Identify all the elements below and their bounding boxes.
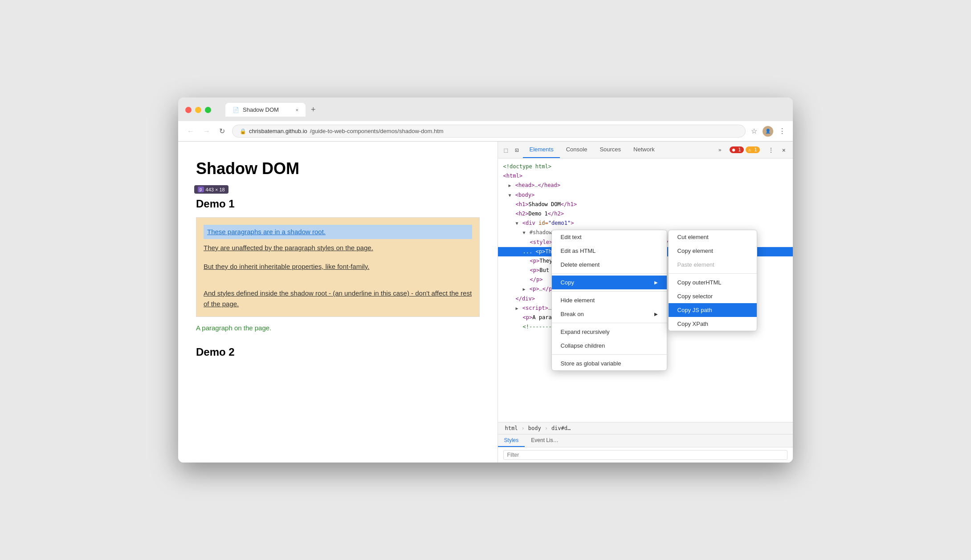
shadow-dom-box: These paragraphs are in a shadow root. T… <box>196 217 480 317</box>
breadcrumb-div[interactable]: div#d… <box>550 424 572 432</box>
devtools-panel: ⬚ ⊡ Elements Console Sources Network » ●… <box>498 142 793 463</box>
url-base: chrisbateman.github.io <box>249 128 307 134</box>
maximize-window-button[interactable] <box>205 107 211 113</box>
new-tab-button[interactable]: + <box>309 103 318 116</box>
error-badge: ● 1 <box>730 146 744 153</box>
ctx-separator-4 <box>552 354 667 355</box>
close-window-button[interactable] <box>185 107 192 113</box>
filter-bar <box>498 447 793 463</box>
tab-sources[interactable]: Sources <box>593 142 627 158</box>
traffic-lights <box>185 107 211 113</box>
tab-close-button[interactable]: × <box>296 107 298 113</box>
context-menu: Edit text Edit as HTML Delete element Co… <box>551 230 667 371</box>
breadcrumb-bar: html › body › div#d… <box>498 422 793 434</box>
ctx-break-on[interactable]: Break on ▶ <box>552 307 667 321</box>
inspect-element-button[interactable]: ⬚ <box>502 142 510 158</box>
ctx-edit-text[interactable]: Edit text <box>552 230 667 244</box>
devtools-bottom: html › body › div#d… Styles Event Lis… <box>498 422 793 463</box>
address-bar: ← → ↻ 🔒 chrisbateman.github.io /guide-to… <box>178 121 793 142</box>
sub-ctx-copy-selector[interactable]: Copy selector <box>669 289 757 303</box>
page-paragraph: A paragraph on the page. <box>196 324 480 332</box>
ctx-separator-1 <box>552 273 667 274</box>
dom-line-html: <html> <box>498 171 793 181</box>
sub-ctx-cut-element[interactable]: Cut element <box>669 230 757 244</box>
tab-network[interactable]: Network <box>627 142 661 158</box>
browser-more-button[interactable]: ⋮ <box>779 127 786 135</box>
sub-ctx-copy-xpath[interactable]: Copy XPath <box>669 317 757 331</box>
page-title: Shadow DOM <box>196 159 480 178</box>
shadow-paragraph-1: These paragraphs are in a shadow root. <box>207 227 469 237</box>
sub-ctx-copy-outerhtml[interactable]: Copy outerHTML <box>669 276 757 289</box>
ctx-separator-2 <box>552 291 667 292</box>
ctx-expand-recursively[interactable]: Expand recursively <box>552 325 667 339</box>
bookmark-button[interactable]: ☆ <box>751 127 757 135</box>
back-button[interactable]: ← <box>185 126 196 137</box>
lock-icon: 🔒 <box>240 128 246 134</box>
dom-line-body[interactable]: ▼ <body> <box>498 191 793 200</box>
devtools-tabs: Elements Console Sources Network <box>523 142 714 158</box>
tab-elements[interactable]: Elements <box>523 142 559 158</box>
event-listeners-tab[interactable]: Event Lis… <box>525 434 564 447</box>
dom-line-div-demo1[interactable]: ▼ <div id="demo1"> <box>498 219 793 228</box>
breadcrumb-body[interactable]: body <box>526 424 543 432</box>
refresh-button[interactable]: ↻ <box>217 125 227 137</box>
title-bar-top: 📄 Shadow DOM × + <box>185 103 786 121</box>
ctx-copy[interactable]: Copy ▶ <box>552 276 667 289</box>
page-viewport: Shadow DOM p 443 × 18 Demo 1 These parag… <box>178 142 498 463</box>
browser-tab[interactable]: 📄 Shadow DOM × <box>225 103 306 117</box>
dom-line-head[interactable]: ▶ <head>…</head> <box>498 181 793 190</box>
tab-icon: 📄 <box>233 107 239 113</box>
device-toolbar-button[interactable]: ⊡ <box>512 142 521 158</box>
sub-ctx-copy-element[interactable]: Copy element <box>669 244 757 258</box>
more-tabs-button[interactable]: » <box>716 142 724 158</box>
sub-ctx-copy-js-path[interactable]: Copy JS path <box>669 303 757 317</box>
tab-bar: 📄 Shadow DOM × + <box>225 103 318 117</box>
url-path: /guide-to-web-components/demos/shadow-do… <box>310 128 444 134</box>
error-count: ● 1 ⚠ 1 <box>726 144 763 156</box>
filter-input[interactable] <box>503 450 787 460</box>
ctx-store-global[interactable]: Store as global variable <box>552 357 667 370</box>
tab-console[interactable]: Console <box>560 142 594 158</box>
ctx-hide-element[interactable]: Hide element <box>552 293 667 307</box>
demo2-heading: Demo 2 <box>196 346 480 358</box>
address-input[interactable]: 🔒 chrisbateman.github.io /guide-to-web-c… <box>232 125 746 138</box>
main-content: Shadow DOM p 443 × 18 Demo 1 These parag… <box>178 142 793 463</box>
styles-tabs: Styles Event Lis… <box>498 434 793 447</box>
minimize-window-button[interactable] <box>195 107 201 113</box>
styles-tab[interactable]: Styles <box>498 434 525 447</box>
sub-ctx-paste-element: Paste element <box>669 258 757 272</box>
tab-title: Shadow DOM <box>243 106 279 113</box>
ctx-separator-3 <box>552 323 667 323</box>
demo1-heading: Demo 1 <box>196 189 480 210</box>
devtools-toolbar: ⬚ ⊡ Elements Console Sources Network » ●… <box>498 142 793 158</box>
shadow-paragraph-3: But they do inherit inheritable properti… <box>204 261 472 272</box>
shadow-paragraph-2: They are unaffected by the paragraph sty… <box>204 243 472 253</box>
forward-button[interactable]: → <box>201 126 212 137</box>
ctx-collapse-children[interactable]: Collapse children <box>552 339 667 353</box>
breadcrumb-html[interactable]: html <box>503 424 520 432</box>
shadow-paragraph-4: And styles defined inside the shadow roo… <box>204 288 472 309</box>
devtools-settings-button[interactable]: ⋮ <box>765 142 777 158</box>
browser-window: 📄 Shadow DOM × + ← → ↻ 🔒 chrisbateman.gi… <box>178 97 793 463</box>
dom-line-h2: <h2>Demo 1</h2> <box>498 209 793 219</box>
dom-line-h1: <h1>Shadow DOM</h1> <box>498 200 793 209</box>
sub-ctx-separator-1 <box>669 273 757 274</box>
warn-badge: ⚠ 1 <box>746 146 760 153</box>
dom-line-doctype: <!doctype html> <box>498 162 793 171</box>
devtools-close-button[interactable]: × <box>779 142 789 158</box>
ctx-delete-element[interactable]: Delete element <box>552 258 667 272</box>
title-bar: 📄 Shadow DOM × + <box>178 97 793 121</box>
sub-context-menu: Cut element Copy element Paste element C… <box>668 230 757 331</box>
ctx-edit-html[interactable]: Edit as HTML <box>552 244 667 258</box>
user-avatar[interactable]: 👤 <box>763 126 773 137</box>
dom-tree: <!doctype html> <html> ▶ <head>…</head> … <box>498 158 793 422</box>
